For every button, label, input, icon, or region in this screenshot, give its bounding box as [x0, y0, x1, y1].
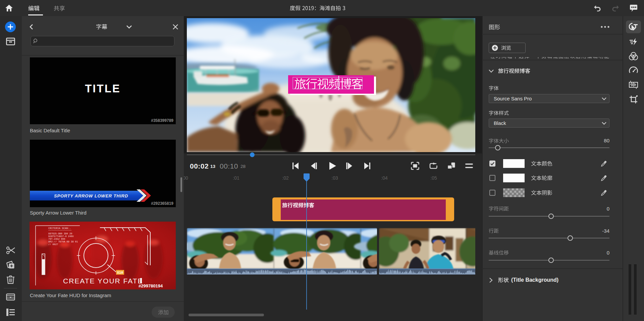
svg-text:#299780194: #299780194 [139, 283, 163, 288]
svg-text:*********************: ********************* [48, 230, 71, 232]
svg-text:// 0027: // 0027 [48, 243, 58, 246]
svg-text:8R2:// 787VA 09 38 01: 8R2:// 787VA 09 38 01 [48, 240, 78, 243]
svg-text:76T-2352 000: 76T-2352 000 [48, 238, 65, 240]
svg-text:CREATE YOUR FATE: CREATE YOUR FATE [63, 277, 143, 285]
svg-text:X10: X10 [117, 271, 123, 275]
svg-text:928T57T4937-0 240U: 928T57T4937-0 240U [48, 235, 74, 238]
svg-text:SPORTY ARROW LOWER THIRD: SPORTY ARROW LOWER THIRD [54, 193, 128, 198]
svg-text:897625-980 394 20: 897625-980 394 20 [48, 232, 72, 235]
svg-text:CRITERIA SCAN:.: CRITERIA SCAN:. [48, 227, 71, 230]
